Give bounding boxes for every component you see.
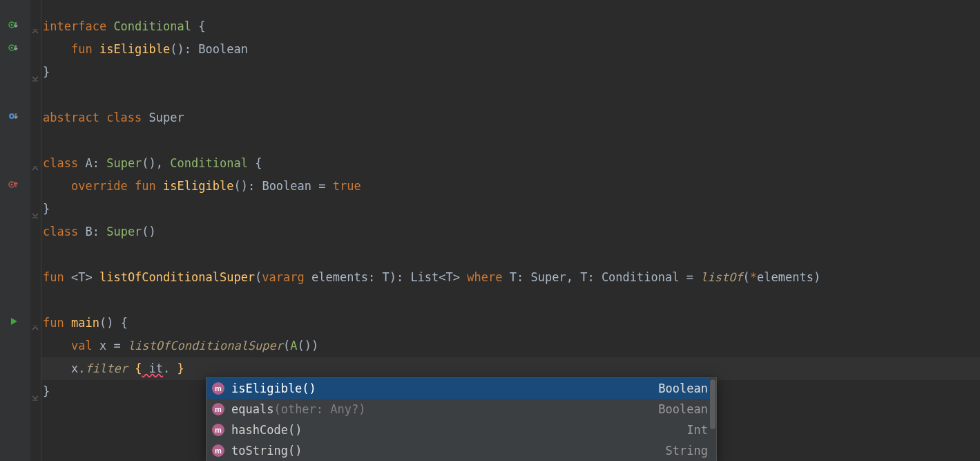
fold-open-icon[interactable] [32, 21, 40, 29]
fold-open-icon[interactable] [32, 158, 40, 166]
type-name: A [85, 156, 92, 170]
code-line[interactable]: } [43, 61, 980, 84]
keyword: class [43, 156, 78, 170]
code-line[interactable]: class A: Super(), Conditional { [43, 152, 980, 175]
completion-label: toString() [231, 440, 302, 462]
function-call: listOf [700, 270, 742, 284]
brace: } [43, 384, 50, 398]
code-area[interactable]: interface Conditional { fun isEligible()… [41, 0, 980, 461]
brace: { [135, 361, 142, 375]
svg-point-3 [11, 47, 13, 49]
function-name: isEligible [99, 42, 170, 56]
overrides-up-icon[interactable] [4, 178, 23, 191]
method-icon: m [212, 424, 224, 436]
code-line[interactable]: abstract class Super [43, 106, 980, 129]
return-type: List [410, 270, 439, 284]
fold-close-icon[interactable] [32, 203, 40, 211]
return-type: Boolean [262, 179, 311, 193]
implements-down-icon[interactable] [4, 18, 23, 32]
function-name: listOfConditionalSuper [99, 270, 255, 284]
supertype: Super [106, 156, 142, 170]
type-param: T [78, 270, 85, 284]
keyword: where [460, 270, 510, 284]
supertype: Conditional [170, 156, 248, 170]
code-line[interactable]: val x = listOfConditionalSuper(A()) [43, 335, 980, 357]
completion-item[interactable]: m equals(other: Any?) Boolean [206, 399, 716, 420]
type-name: B [85, 225, 92, 238]
type-bound: Super [530, 270, 566, 284]
keyword: override [71, 179, 128, 193]
param-type: T [382, 270, 389, 284]
scrollbar-thumb[interactable] [710, 379, 715, 429]
brace: { [248, 156, 262, 170]
type-name: Super [149, 111, 184, 124]
code-line[interactable]: fun main() { [43, 312, 980, 335]
keyword: val [71, 339, 93, 352]
completion-label: equals(other: Any?) [231, 398, 365, 421]
run-icon[interactable] [4, 314, 23, 328]
code-line[interactable]: fun isEligible(): Boolean [43, 38, 980, 61]
brace: } [43, 202, 50, 216]
function-call: filter [85, 361, 127, 375]
completion-scrollbar[interactable] [709, 378, 716, 461]
brace: } [177, 361, 184, 375]
function-name: isEligible [163, 179, 233, 193]
code-line[interactable]: interface Conditional { [43, 15, 980, 38]
receiver: x [71, 361, 78, 375]
svg-point-1 [11, 24, 13, 26]
keyword: fun [135, 179, 156, 193]
keyword: fun [43, 270, 64, 284]
completion-item[interactable]: m toString() String [206, 440, 716, 461]
function-call: listOfConditionalSuper [128, 339, 283, 352]
code-line[interactable]: class B: Super() [43, 220, 980, 243]
code-line[interactable]: override fun isEligible(): Boolean = tru… [43, 175, 980, 198]
it-reference: it [142, 361, 163, 375]
subclassed-icon[interactable] [4, 109, 23, 123]
completion-label: isEligible() [231, 377, 316, 400]
keyword: class [106, 111, 142, 124]
method-icon: m [212, 403, 224, 415]
type-bound: Conditional [602, 270, 680, 284]
keyword: true [333, 179, 361, 193]
completion-item[interactable]: m hashCode() Int [206, 420, 716, 440]
code-line[interactable]: fun <T> listOfConditionalSuper(vararg el… [43, 266, 980, 289]
constructor-call: A [290, 339, 297, 352]
function-name: main [71, 316, 99, 330]
keyword: fun [43, 316, 64, 330]
keyword: interface [43, 19, 106, 33]
keyword: class [43, 225, 78, 238]
fold-gutter [30, 0, 41, 461]
brace: { [191, 19, 205, 33]
fold-close-icon[interactable] [32, 386, 40, 394]
return-type: Boolean [198, 42, 248, 56]
svg-point-5 [11, 115, 13, 117]
completion-type: Boolean [658, 398, 708, 421]
argument: elements [757, 270, 814, 284]
supertype: Super [106, 225, 142, 238]
brace: } [43, 65, 50, 79]
method-icon: m [212, 382, 224, 395]
variable-name: x [93, 339, 114, 352]
completion-popup[interactable]: m isEligible() Boolean m equals(other: A… [206, 377, 717, 461]
svg-point-7 [11, 184, 13, 186]
param-name: elements [305, 270, 368, 284]
gutter [0, 0, 30, 461]
keyword: fun [71, 42, 93, 56]
keyword: vararg [262, 270, 304, 284]
type-name: Conditional [113, 19, 191, 33]
keyword: abstract [43, 111, 99, 124]
method-icon: m [212, 444, 224, 457]
code-line[interactable]: } [43, 198, 980, 220]
code-editor: interface Conditional { fun isEligible()… [0, 0, 980, 461]
completion-label: hashCode() [231, 419, 302, 442]
completion-type: Boolean [658, 377, 708, 400]
completion-item[interactable]: m isEligible() Boolean [206, 378, 716, 399]
fold-close-icon[interactable] [32, 66, 40, 75]
completion-type: Int [686, 419, 708, 442]
fold-open-icon[interactable] [32, 317, 40, 326]
completion-type: String [666, 440, 708, 462]
implements-down-icon[interactable] [4, 41, 23, 55]
brace: { [113, 316, 127, 330]
